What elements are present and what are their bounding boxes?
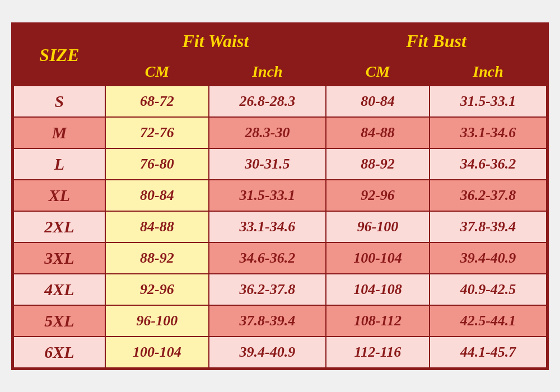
waist-cm-cell: 88-92 [105, 242, 209, 274]
size-cell: S [13, 86, 105, 117]
table-row: 2XL84-8833.1-34.696-10037.8-39.4 [13, 211, 547, 242]
table-row: 3XL88-9234.6-36.2100-10439.4-40.9 [13, 242, 547, 274]
waist-inch-cell: 31.5-33.1 [209, 180, 326, 211]
table-body: S68-7226.8-28.380-8431.5-33.1M72-7628.3-… [13, 86, 547, 368]
table-row: 5XL96-10037.8-39.4108-11242.5-44.1 [13, 305, 547, 337]
bust-cm-cell: 100-104 [326, 242, 430, 274]
table-row: 6XL100-10439.4-40.9112-11644.1-45.7 [13, 337, 547, 368]
bust-inch-header: Inch [430, 58, 547, 86]
bust-inch-cell: 34.6-36.2 [430, 148, 547, 180]
bust-inch-cell: 37.8-39.4 [430, 211, 547, 242]
bust-inch-cell: 44.1-45.7 [430, 337, 547, 368]
fit-bust-header: Fit Bust [326, 25, 547, 58]
waist-cm-cell: 96-100 [105, 305, 209, 337]
size-cell: 6XL [13, 337, 105, 368]
size-header: SIZE [13, 25, 105, 86]
size-cell: 5XL [13, 305, 105, 337]
waist-inch-cell: 26.8-28.3 [209, 86, 326, 117]
fit-waist-header: Fit Waist [105, 25, 326, 58]
bust-cm-cell: 108-112 [326, 305, 430, 337]
table-row: L76-8030-31.588-9234.6-36.2 [13, 148, 547, 180]
bust-cm-cell: 84-88 [326, 117, 430, 148]
bust-cm-header: CM [326, 58, 430, 86]
table-row: M72-7628.3-3084-8833.1-34.6 [13, 117, 547, 148]
bust-cm-cell: 112-116 [326, 337, 430, 368]
waist-inch-cell: 30-31.5 [209, 148, 326, 180]
size-cell: 2XL [13, 211, 105, 242]
bust-cm-cell: 92-96 [326, 180, 430, 211]
waist-cm-cell: 68-72 [105, 86, 209, 117]
bust-cm-cell: 104-108 [326, 274, 430, 305]
bust-inch-cell: 42.5-44.1 [430, 305, 547, 337]
bust-inch-cell: 39.4-40.9 [430, 242, 547, 274]
bust-cm-cell: 88-92 [326, 148, 430, 180]
waist-cm-header: CM [105, 58, 209, 86]
header-top-row: SIZE Fit Waist Fit Bust [13, 25, 547, 58]
waist-cm-cell: 72-76 [105, 117, 209, 148]
table-row: 4XL92-9636.2-37.8104-10840.9-42.5 [13, 274, 547, 305]
waist-cm-cell: 100-104 [105, 337, 209, 368]
waist-inch-cell: 39.4-40.9 [209, 337, 326, 368]
waist-inch-cell: 33.1-34.6 [209, 211, 326, 242]
waist-inch-header: Inch [209, 58, 326, 86]
size-cell: 3XL [13, 242, 105, 274]
bust-inch-cell: 40.9-42.5 [430, 274, 547, 305]
waist-cm-cell: 80-84 [105, 180, 209, 211]
size-chart-table: SIZE Fit Waist Fit Bust CM Inch CM Inch … [13, 24, 547, 368]
waist-inch-cell: 28.3-30 [209, 117, 326, 148]
waist-cm-cell: 92-96 [105, 274, 209, 305]
table-row: S68-7226.8-28.380-8431.5-33.1 [13, 86, 547, 117]
size-cell: XL [13, 180, 105, 211]
waist-cm-cell: 76-80 [105, 148, 209, 180]
waist-inch-cell: 37.8-39.4 [209, 305, 326, 337]
size-cell: 4XL [13, 274, 105, 305]
bust-cm-cell: 96-100 [326, 211, 430, 242]
bust-inch-cell: 36.2-37.8 [430, 180, 547, 211]
waist-cm-cell: 84-88 [105, 211, 209, 242]
size-cell: M [13, 117, 105, 148]
waist-inch-cell: 34.6-36.2 [209, 242, 326, 274]
bust-cm-cell: 80-84 [326, 86, 430, 117]
bust-inch-cell: 31.5-33.1 [430, 86, 547, 117]
table-row: XL80-8431.5-33.192-9636.2-37.8 [13, 180, 547, 211]
size-chart-wrapper: SIZE Fit Waist Fit Bust CM Inch CM Inch … [11, 22, 549, 370]
waist-inch-cell: 36.2-37.8 [209, 274, 326, 305]
bust-inch-cell: 33.1-34.6 [430, 117, 547, 148]
size-cell: L [13, 148, 105, 180]
